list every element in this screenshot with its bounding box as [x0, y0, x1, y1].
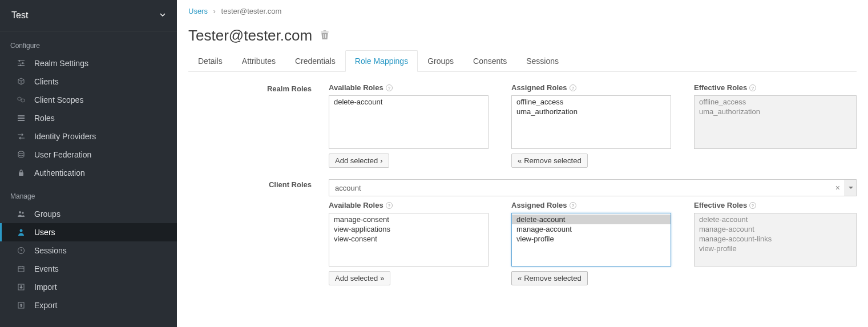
sidebar-item-roles[interactable]: Roles [0, 109, 177, 127]
svg-rect-15 [18, 267, 24, 272]
tabs: DetailsAttributesCredentialsRole Mapping… [188, 50, 857, 72]
sidebar-item-events[interactable]: Events [0, 260, 177, 278]
list-item[interactable]: view-applications [329, 224, 488, 234]
add-selected-button[interactable]: Add selected› [329, 154, 389, 168]
tab-groups[interactable]: Groups [418, 50, 463, 72]
svg-point-5 [20, 64, 22, 66]
sidebar-item-sessions[interactable]: Sessions [0, 241, 177, 260]
sidebar-item-label: User Federation [34, 150, 91, 159]
list-item[interactable]: uma_authorization [512, 107, 671, 116]
sidebar-item-label: Authentication [34, 168, 85, 177]
sidebar-item-authentication[interactable]: Authentication [0, 164, 177, 182]
svg-rect-8 [18, 120, 25, 121]
svg-text:?: ? [752, 86, 754, 91]
list-icon [17, 114, 25, 122]
tab-sessions[interactable]: Sessions [516, 50, 568, 72]
realm-selector[interactable]: Test [0, 0, 177, 31]
user-icon [17, 228, 25, 236]
svg-point-12 [22, 212, 23, 213]
tab-details[interactable]: Details [188, 50, 232, 72]
list-item[interactable]: uma_authorization [695, 107, 856, 116]
svg-point-4 [22, 62, 24, 64]
import-icon [17, 283, 25, 291]
sidebar-item-export[interactable]: Export [0, 296, 177, 314]
lock-icon [17, 169, 25, 177]
list-item[interactable]: offline_access [512, 97, 671, 107]
tab-role-mappings[interactable]: Role Mappings [345, 50, 418, 72]
sidebar-item-label: Realm Settings [34, 59, 88, 68]
list-item[interactable]: offline_access [695, 97, 856, 107]
breadcrumb-current: tester@tester.com [221, 7, 282, 15]
trash-icon[interactable] [320, 30, 329, 42]
list-item[interactable]: manage-account-links [695, 234, 856, 244]
breadcrumb-separator: › [213, 7, 216, 15]
svg-text:?: ? [571, 86, 574, 91]
assigned-roles-label: Assigned Roles [511, 83, 567, 92]
client-assigned-roles-list[interactable]: delete-accountmanage-accountview-profile [511, 213, 671, 267]
sliders-icon [17, 59, 25, 67]
tab-credentials[interactable]: Credentials [285, 50, 345, 72]
svg-rect-6 [18, 115, 25, 116]
client-available-roles-list[interactable]: manage-consentview-applicationsview-cons… [329, 213, 488, 267]
exchange-icon [17, 132, 25, 140]
chevron-right-icon: » [380, 274, 384, 282]
help-icon[interactable]: ? [570, 84, 576, 92]
cube-icon [17, 78, 25, 86]
help-icon[interactable]: ? [749, 84, 756, 92]
sidebar-item-label: Identity Providers [34, 132, 96, 141]
list-item[interactable]: delete-account [695, 215, 856, 224]
chevron-down-icon [160, 11, 165, 19]
sidebar-item-users[interactable]: Users [0, 223, 177, 241]
list-item[interactable]: manage-consent [329, 215, 488, 224]
sidebar-item-label: Import [34, 282, 57, 292]
realm-assigned-roles-list[interactable]: offline_accessuma_authorization [511, 95, 671, 149]
sidebar-item-label: Roles [34, 114, 55, 123]
list-item[interactable]: manage-account [512, 224, 671, 234]
sidebar-item-identity-providers[interactable]: Identity Providers [0, 127, 177, 146]
svg-text:?: ? [571, 203, 574, 208]
svg-point-3 [19, 60, 21, 62]
add-selected-button[interactable]: Add selected» [329, 271, 390, 285]
svg-rect-7 [18, 118, 25, 119]
sidebar-item-label: Events [34, 264, 59, 273]
dropdown-toggle[interactable] [845, 180, 856, 196]
help-icon[interactable]: ? [570, 201, 576, 209]
breadcrumb-root-link[interactable]: Users [188, 7, 208, 15]
remove-selected-button[interactable]: «Remove selected [511, 154, 588, 168]
client-select-input[interactable] [329, 184, 831, 192]
cubes-icon [17, 96, 25, 104]
sidebar-item-client-scopes[interactable]: Client Scopes [0, 91, 177, 109]
list-item[interactable]: delete-account [329, 97, 488, 107]
help-icon[interactable]: ? [386, 84, 393, 92]
list-item[interactable]: view-profile [695, 244, 856, 253]
chevron-left-icon: « [518, 274, 522, 282]
tab-attributes[interactable]: Attributes [232, 50, 285, 72]
realm-name: Test [11, 10, 28, 21]
list-item[interactable]: manage-account [695, 224, 856, 234]
realm-available-roles-list[interactable]: delete-account [329, 95, 488, 149]
sidebar-item-groups[interactable]: Groups [0, 205, 177, 223]
client-effective-roles-list: delete-accountmanage-accountmanage-accou… [694, 213, 857, 267]
list-item[interactable]: view-consent [329, 234, 488, 244]
assigned-roles-label: Assigned Roles [511, 201, 567, 209]
sidebar-section-manage: Manage [0, 182, 177, 205]
sidebar: Test Configure Realm SettingsClientsClie… [0, 0, 177, 327]
list-item[interactable]: delete-account [512, 215, 671, 224]
chevron-left-icon: « [518, 156, 522, 165]
help-icon[interactable]: ? [386, 201, 393, 209]
svg-text:?: ? [752, 203, 754, 208]
client-select[interactable]: × [329, 179, 857, 196]
help-icon[interactable]: ? [749, 201, 756, 209]
main-content: Users › tester@tester.com Tester@tester.… [177, 0, 868, 327]
sidebar-item-clients[interactable]: Clients [0, 72, 177, 91]
clear-icon[interactable]: × [831, 183, 845, 192]
sidebar-item-label: Clients [34, 77, 59, 86]
list-item[interactable]: view-profile [512, 234, 671, 244]
remove-selected-button[interactable]: «Remove selected [511, 271, 588, 285]
tab-consents[interactable]: Consents [463, 50, 516, 72]
page-title: Tester@tester.com [188, 27, 312, 45]
sidebar-item-realm-settings[interactable]: Realm Settings [0, 54, 177, 72]
sidebar-item-user-federation[interactable]: User Federation [0, 146, 177, 164]
sidebar-item-import[interactable]: Import [0, 278, 177, 296]
effective-roles-label: Effective Roles [694, 201, 747, 209]
